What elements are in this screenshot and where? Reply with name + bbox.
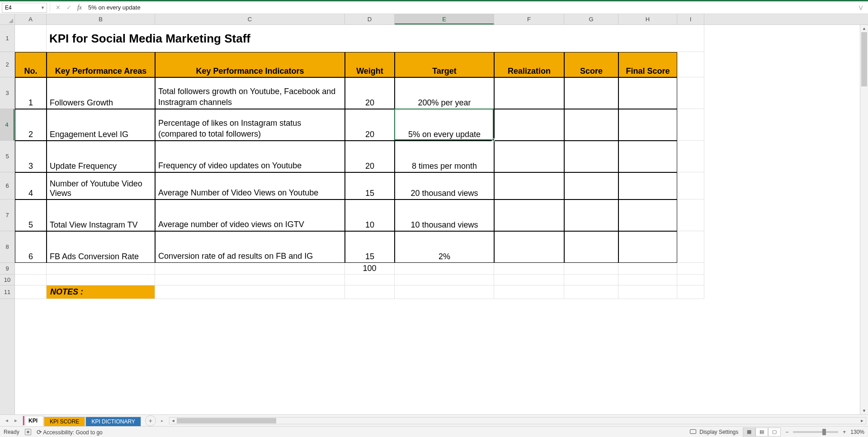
cell-H10[interactable]: [618, 275, 677, 285]
accessibility-status[interactable]: ⟳ Accessibility: Good to go: [37, 428, 103, 436]
cell-G8[interactable]: [564, 231, 618, 263]
cancel-formula-button[interactable]: ✕: [53, 3, 63, 13]
zoom-out-button[interactable]: −: [785, 429, 788, 435]
insert-function-button[interactable]: fx: [75, 3, 85, 13]
cell-I10[interactable]: [677, 275, 704, 285]
page-break-view-button[interactable]: ▢: [768, 428, 781, 437]
cell-H4[interactable]: [618, 109, 677, 141]
cell-A4[interactable]: 2: [15, 109, 47, 141]
macro-record-icon[interactable]: [25, 429, 31, 435]
cell-E8[interactable]: 2%: [395, 231, 494, 263]
row-header-7[interactable]: 7: [0, 200, 14, 231]
cell-F5[interactable]: [494, 141, 564, 172]
normal-view-button[interactable]: ▦: [743, 428, 755, 437]
column-header-G[interactable]: G: [564, 14, 618, 24]
cell-D3[interactable]: 20: [345, 77, 395, 109]
cell-C6[interactable]: Average Number of Video Views on Youtube: [155, 172, 345, 200]
cell-A7[interactable]: 5: [15, 200, 47, 231]
cell-H5[interactable]: [618, 141, 677, 172]
column-header-B[interactable]: B: [47, 14, 155, 24]
zoom-in-button[interactable]: +: [843, 429, 846, 435]
cell-A9[interactable]: [15, 263, 47, 275]
cell-G9[interactable]: [564, 263, 618, 275]
cell-D11[interactable]: [345, 285, 395, 299]
cell-G4[interactable]: [564, 109, 618, 141]
cell-I3[interactable]: [677, 77, 704, 109]
sheet-tab-kpi-score[interactable]: KPI SCORE: [44, 417, 85, 426]
sheet-tab-kpi[interactable]: KPI: [23, 416, 43, 426]
cell-C3[interactable]: Total followers growth on Youtube, Faceb…: [155, 77, 345, 109]
cell-F8[interactable]: [494, 231, 564, 263]
zoom-level[interactable]: 130%: [850, 429, 864, 435]
cell-I2[interactable]: [677, 52, 704, 77]
cell-F10[interactable]: [494, 275, 564, 285]
cell-I8[interactable]: [677, 231, 704, 263]
cell-C9[interactable]: [155, 263, 345, 275]
row-header-3[interactable]: 3: [0, 77, 14, 109]
cell-C2[interactable]: Key Performance Indicators: [155, 52, 345, 77]
cell-F6[interactable]: [494, 172, 564, 200]
cell-G11[interactable]: [564, 285, 618, 299]
cell-E7[interactable]: 10 thousand views: [395, 200, 494, 231]
cell-I5[interactable]: [677, 141, 704, 172]
cell-B7[interactable]: Total View Instagram TV: [47, 200, 155, 231]
cell-F4[interactable]: [494, 109, 564, 141]
row-header-6[interactable]: 6: [0, 172, 14, 200]
cell-C11[interactable]: [155, 285, 345, 299]
row-header-8[interactable]: 8: [0, 231, 14, 263]
row-header-9[interactable]: 9: [0, 263, 14, 275]
scroll-right-arrow-icon[interactable]: ►: [859, 418, 866, 424]
row-header-10[interactable]: 10: [0, 275, 14, 285]
cell-H6[interactable]: [618, 172, 677, 200]
cell-I4[interactable]: [677, 109, 704, 141]
tab-nav-prev-icon[interactable]: ◄: [4, 418, 10, 423]
column-header-D[interactable]: D: [345, 14, 395, 24]
cell-B1[interactable]: KPI for Social Media Marketing Staff: [47, 25, 677, 52]
vertical-scrollbar[interactable]: ▲ ▼: [860, 25, 868, 414]
formula-input[interactable]: [85, 3, 854, 13]
scroll-down-arrow-icon[interactable]: ▼: [860, 407, 868, 414]
row-header-2[interactable]: 2: [0, 52, 14, 77]
enter-formula-button[interactable]: ✓: [64, 3, 74, 13]
column-header-I[interactable]: I: [677, 14, 704, 24]
cell-A6[interactable]: 4: [15, 172, 47, 200]
horizontal-scroll-thumb[interactable]: [177, 418, 276, 423]
cell-B11[interactable]: NOTES :: [47, 285, 155, 299]
cell-C4[interactable]: Percentage of likes on Instagram status …: [155, 109, 345, 141]
scroll-left-arrow-icon[interactable]: ◄: [170, 418, 177, 424]
zoom-slider-thumb[interactable]: [822, 429, 826, 435]
cell-I11[interactable]: [677, 285, 704, 299]
cell-F2[interactable]: Realization: [494, 52, 564, 77]
cell-I9[interactable]: [677, 263, 704, 275]
select-all-corner[interactable]: [0, 14, 15, 25]
page-layout-view-button[interactable]: ▤: [755, 428, 768, 437]
cell-G5[interactable]: [564, 141, 618, 172]
cell-A10[interactable]: [15, 275, 47, 285]
cell-E10[interactable]: [395, 275, 494, 285]
tab-nav-next-icon[interactable]: ►: [13, 418, 19, 423]
vertical-scroll-thumb[interactable]: [861, 32, 867, 86]
expand-formula-bar-button[interactable]: ⋁: [855, 5, 866, 10]
cell-E4[interactable]: 5% on every update: [395, 109, 494, 141]
cell-I6[interactable]: [677, 172, 704, 200]
column-header-A[interactable]: A: [15, 14, 47, 24]
cell-D2[interactable]: Weight: [345, 52, 395, 77]
cell-E11[interactable]: [395, 285, 494, 299]
column-header-C[interactable]: C: [155, 14, 345, 24]
cell-C8[interactable]: Conversion rate of ad results on FB and …: [155, 231, 345, 263]
cell-E5[interactable]: 8 times per month: [395, 141, 494, 172]
cell-A3[interactable]: 1: [15, 77, 47, 109]
cell-H11[interactable]: [618, 285, 677, 299]
cell-E6[interactable]: 20 thousand views: [395, 172, 494, 200]
cell-C5[interactable]: Frequency of video updates on Youtube: [155, 141, 345, 172]
zoom-slider[interactable]: [793, 431, 838, 433]
cell-G2[interactable]: Score: [564, 52, 618, 77]
horizontal-scrollbar[interactable]: ◄ ►: [169, 417, 866, 424]
column-header-H[interactable]: H: [618, 14, 677, 24]
cell-H7[interactable]: [618, 200, 677, 231]
name-box-dropdown-icon[interactable]: ▼: [41, 5, 45, 10]
cell-C10[interactable]: [155, 275, 345, 285]
cell-D4[interactable]: 20: [345, 109, 395, 141]
column-header-E[interactable]: E: [395, 14, 494, 24]
scroll-up-arrow-icon[interactable]: ▲: [860, 25, 868, 32]
